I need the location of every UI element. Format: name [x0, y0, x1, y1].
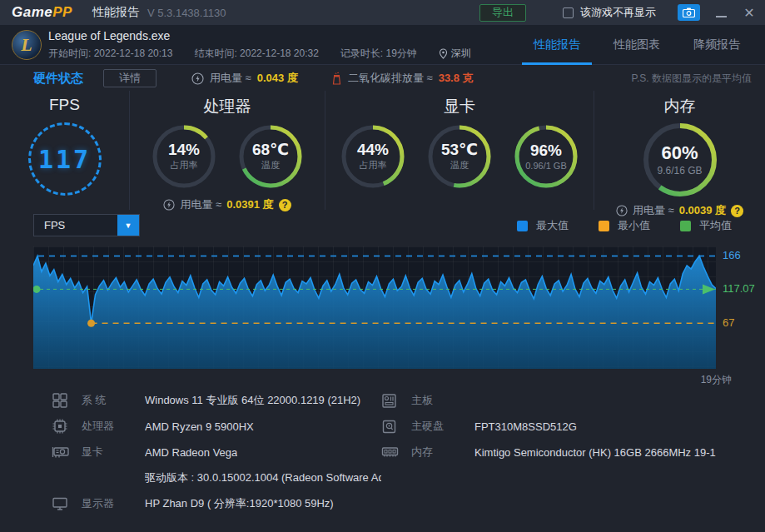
minimize-icon	[716, 10, 727, 17]
help-icon[interactable]: ?	[731, 205, 743, 217]
chimney-icon	[331, 72, 342, 85]
report-tabs: 性能报告 性能图表 降频报告	[517, 25, 757, 65]
system-row-os: 系 统 Windows 11 专业版 64位 22000.1219 (21H2)	[52, 391, 381, 410]
export-button[interactable]: 导出	[479, 4, 526, 22]
monitor-icon	[52, 496, 72, 511]
screenshot-button[interactable]	[678, 4, 700, 21]
system-row-disk: 主硬盘 FPT310M8SSD512G	[381, 417, 760, 435]
cpu-temp-gauge: 68℃ 温度	[238, 124, 303, 189]
fps-area-chart	[33, 246, 716, 369]
hardware-status-title: 硬件状态	[33, 71, 83, 87]
game-header: L League of Legends.exe 开始时间: 2022-12-18…	[0, 25, 765, 65]
fps-title: FPS	[0, 96, 129, 114]
gpu-card-icon	[52, 445, 72, 460]
fps-dial: 117	[28, 122, 102, 196]
cpu-usage-gauge: 14% 占用率	[152, 124, 216, 189]
gpu-driver-version: 驱动版本 : 30.0.15002.1004 (Radeon Software …	[145, 469, 381, 487]
gpu-vram-gauge: 96% 0.96/1 GB	[514, 124, 579, 189]
axis-max-label: 166	[723, 249, 741, 261]
gpu-temp-gauge: 53℃ 温度	[427, 124, 492, 189]
game-name: League of Legends.exe	[48, 29, 170, 42]
camera-icon	[683, 7, 695, 17]
metric-selected: FPS	[34, 219, 117, 231]
disk-icon	[381, 419, 401, 435]
gpu-title: 显卡	[325, 96, 594, 117]
power-icon	[191, 72, 204, 85]
end-time: 结束时间: 2022-12-18 20:32	[194, 47, 318, 61]
cpu-chip-icon	[52, 418, 72, 435]
system-row-cpu: 处理器 AMD Ryzen 9 5900HX	[52, 417, 381, 435]
fps-chart[interactable]	[33, 246, 716, 369]
start-time: 开始时间: 2022-12-18 20:13	[48, 47, 172, 61]
chart-controls: FPS ▼ 最大值 最小值 平均值	[33, 214, 732, 237]
os-grid-icon	[52, 392, 72, 409]
motherboard-icon	[381, 393, 401, 409]
tab-performance-report[interactable]: 性能报告	[517, 25, 597, 65]
system-row-gpu: 显卡 AMD Radeon Vega	[52, 443, 381, 461]
gpu-usage-gauge: 44% 占用率	[340, 124, 405, 189]
cpu-power-value: 0.0391 度	[226, 197, 273, 212]
legend-max: 最大值	[517, 218, 569, 233]
ram-icon	[381, 445, 401, 459]
titlebar: GamePP 性能报告 V 5.3.1438.1130 导出 该游戏不再显示 ✕	[0, 0, 765, 25]
help-icon[interactable]: ?	[279, 199, 291, 211]
logo-text-game: Game	[12, 4, 52, 20]
cpu-power-line: 用电量 ≈ 0.0391 度 ?	[130, 197, 325, 212]
tab-throttle-report[interactable]: 降频报告	[677, 25, 757, 65]
legend-avg: 平均值	[680, 218, 732, 233]
location-pin-icon	[439, 48, 448, 59]
window-title: 性能报告	[92, 5, 139, 20]
metric-dropdown[interactable]: FPS ▼	[33, 214, 140, 236]
dropdown-arrow-button[interactable]: ▼	[117, 215, 139, 236]
app-logo: GamePP	[12, 4, 72, 21]
close-button[interactable]: ✕	[742, 5, 757, 21]
tab-performance-chart[interactable]: 性能图表	[597, 25, 677, 65]
memory-title: 内存	[594, 96, 765, 117]
co2-value: 33.8 克	[439, 71, 474, 86]
power-value: 0.043 度	[257, 71, 298, 86]
axis-avg-label: 117.07	[723, 282, 755, 295]
cpu-title: 处理器	[130, 96, 325, 117]
avg-swatch	[680, 221, 691, 231]
version-label: V 5.3.1438.1130	[147, 7, 226, 19]
fps-section: FPS 117	[0, 91, 129, 210]
power-icon	[163, 199, 175, 211]
total-power-stat: 用电量 ≈ 0.043 度	[191, 71, 298, 86]
hide-game-checkbox[interactable]	[563, 7, 574, 18]
system-info-left: 系 统 Windows 11 专业版 64位 22000.1219 (21H2)…	[52, 391, 381, 520]
detail-button[interactable]: 详情	[103, 69, 156, 87]
legend-min: 最小值	[599, 218, 650, 233]
co2-stat: 二氧化碳排放量 ≈ 33.8 克	[331, 71, 474, 86]
gauge-row: FPS 117 处理器 14% 占用率	[0, 91, 765, 210]
system-info-right: 主板 主硬盘 FPT310M8SSD512G 内存 Kimtigo Semico…	[381, 391, 760, 469]
min-swatch	[599, 221, 609, 231]
chevron-down-icon: ▼	[125, 221, 132, 230]
memory-usage-gauge: 60% 9.6/16 GB	[642, 122, 718, 198]
system-row-monitor: 显示器 HP Zhan D9 ( 分辨率:1920*1080 59Hz)	[52, 495, 381, 513]
logo-text-pp: PP	[52, 4, 72, 20]
ps-note: P.S. 数据图显示的是平均值	[632, 72, 752, 86]
hardware-status-bar: 硬件状态 详情 用电量 ≈ 0.043 度 二氧化碳排放量 ≈ 33.8 克 P…	[0, 66, 765, 91]
max-swatch	[517, 221, 528, 231]
minimize-button[interactable]	[713, 6, 728, 20]
system-row-ram: 内存 Kimtigo Semiconductor (HK) 16GB 2666M…	[381, 443, 760, 461]
hide-game-checkbox-group[interactable]: 该游戏不再显示	[563, 5, 656, 20]
location: 深圳	[439, 47, 471, 61]
cpu-section: 处理器 14% 占用率 68℃ 温度	[129, 91, 325, 210]
game-icon: L	[12, 30, 42, 60]
session-meta: 开始时间: 2022-12-18 20:13 结束时间: 2022-12-18 …	[48, 47, 471, 61]
gpu-section: 显卡 44% 占用率 53℃ 温度	[325, 91, 594, 210]
memory-section: 内存 60% 9.6/16 GB 用电量 ≈ 0.0039 度 ?	[594, 91, 765, 210]
chart-legend: 最大值 最小值 平均值	[517, 218, 732, 233]
fps-value: 117	[38, 145, 91, 174]
axis-min-label: 67	[723, 316, 734, 329]
hide-game-label: 该游戏不再显示	[580, 5, 656, 20]
record-duration: 记录时长: 19分钟	[340, 47, 417, 61]
chart-duration-label: 19分钟	[701, 373, 732, 387]
system-row-motherboard: 主板	[381, 391, 760, 410]
